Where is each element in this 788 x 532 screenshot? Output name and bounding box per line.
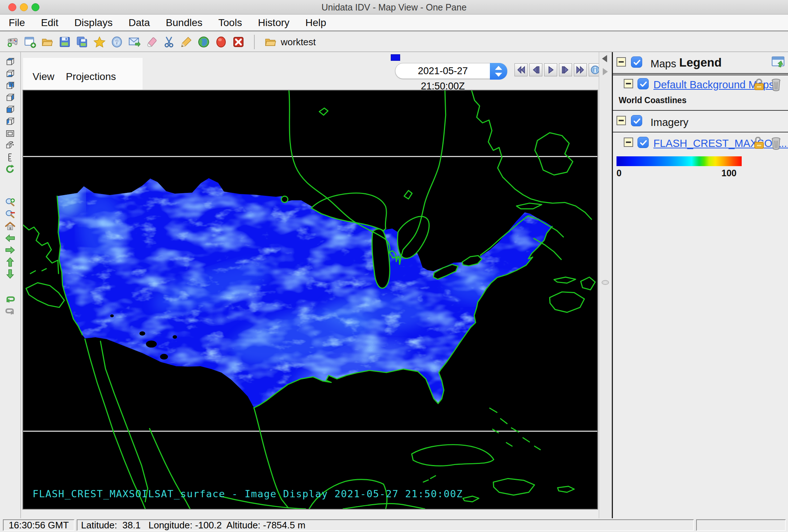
pan-up-icon[interactable]	[4, 257, 16, 267]
collapse-background-maps-icon[interactable]	[624, 79, 633, 88]
collapse-maps-icon[interactable]	[617, 57, 626, 67]
step-forward-button[interactable]	[559, 63, 572, 76]
view-front-icon[interactable]	[4, 104, 16, 115]
zoom-out-icon[interactable]	[4, 209, 16, 220]
rotate-view-icon[interactable]	[4, 140, 16, 151]
view-right-icon[interactable]	[4, 92, 16, 103]
view-menu-strip: View Projections 2021-05-27 21:50:00Z	[22, 52, 599, 90]
collapse-left-icon[interactable]	[602, 55, 607, 62]
lock-closed-icon[interactable]	[753, 78, 765, 91]
background-maps-row: Default Background Maps	[613, 74, 788, 95]
trash-icon[interactable]	[771, 78, 781, 91]
workspace-label: worktest	[281, 37, 316, 48]
main-toolbar: ? worktest	[0, 33, 788, 52]
maps-checkbox[interactable]	[631, 56, 642, 68]
redo-icon[interactable]	[4, 307, 16, 318]
legend-splitter[interactable]	[599, 52, 612, 518]
view-back-icon[interactable]	[4, 80, 16, 91]
parallel-view-icon[interactable]	[4, 128, 16, 139]
trash-icon[interactable]	[771, 137, 781, 150]
new-window-icon[interactable]	[23, 35, 37, 49]
map-view-svg[interactable]	[23, 90, 597, 509]
collapse-imagery-icon[interactable]	[617, 116, 626, 125]
scissors-icon[interactable]	[162, 35, 176, 49]
menu-data[interactable]: Data	[128, 17, 150, 29]
map-canvas[interactable]: FLASH_CREST_MAXSOILSAT_surface - Image D…	[22, 90, 598, 510]
colorbar-row: 0 100	[613, 153, 788, 182]
animation-controls	[514, 63, 602, 76]
help-icon[interactable]: ?	[110, 35, 124, 49]
flash-crest-row: FLASH_CREST_MAXSOIL...	[613, 132, 788, 153]
world-coastlines-label[interactable]: World Coastlines	[619, 96, 686, 105]
pan-left-icon[interactable]	[4, 233, 16, 244]
display-caption: FLASH_CREST_MAXSOILSAT_surface - Image D…	[33, 488, 463, 499]
view-left-icon[interactable]	[4, 116, 16, 127]
menu-tools[interactable]: Tools	[219, 17, 242, 29]
view-top-icon[interactable]	[4, 56, 16, 67]
menu-help[interactable]: Help	[305, 17, 326, 29]
globe-icon[interactable]	[197, 35, 211, 49]
imagery-group-row: Imagery	[613, 111, 788, 132]
cursor-position-readout: Latitude: 38.1 Longitude: -100.2 Altitud…	[77, 519, 694, 531]
vertical-scale-icon[interactable]	[4, 152, 16, 163]
menu-history[interactable]: History	[258, 17, 289, 29]
map-panel: View Projections 2021-05-27 21:50:00Z	[22, 52, 599, 518]
menu-bar: File Edit Displays Data Bundles Tools Hi…	[0, 15, 788, 31]
stop-icon[interactable]	[214, 35, 228, 49]
workspace-button[interactable]: worktest	[263, 35, 316, 49]
favorites-star-icon[interactable]	[93, 35, 106, 49]
colorbar-max-label: 100	[721, 168, 737, 178]
pan-right-icon[interactable]	[4, 245, 16, 256]
open-folder-icon[interactable]	[41, 35, 54, 49]
save-as-icon[interactable]	[75, 35, 89, 49]
clock-readout: 16:30:56 GMT	[3, 519, 75, 531]
menu-displays[interactable]: Displays	[74, 17, 113, 29]
colorbar[interactable]	[617, 156, 742, 166]
play-button[interactable]	[544, 63, 557, 76]
legend-panel: Legend Maps Default Background Maps Worl…	[612, 52, 788, 518]
background-maps-checkbox[interactable]	[637, 78, 649, 89]
eraser-icon[interactable]	[145, 35, 158, 49]
view-menu[interactable]: View	[33, 71, 54, 83]
status-bar: 16:30:56 GMT Latitude: 38.1 Longitude: -…	[0, 518, 788, 532]
pan-down-icon[interactable]	[4, 269, 16, 279]
undo-icon[interactable]	[4, 295, 16, 306]
dashboard-icon[interactable]	[6, 35, 20, 49]
remove-all-icon[interactable]	[232, 35, 245, 49]
flash-crest-link[interactable]: FLASH_CREST_MAXSOIL...	[653, 138, 788, 149]
svg-text:?: ?	[115, 39, 119, 46]
step-back-button[interactable]	[529, 63, 542, 76]
menu-edit[interactable]: Edit	[41, 17, 58, 29]
projections-menu[interactable]: Projections	[66, 71, 116, 83]
imagery-checkbox[interactable]	[631, 115, 642, 126]
message-area	[696, 519, 786, 531]
fast-forward-button[interactable]	[574, 63, 587, 76]
menu-file[interactable]: File	[9, 17, 25, 29]
flash-crest-checkbox[interactable]	[637, 137, 649, 148]
window-title: Unidata IDV - Map View - One Pane	[0, 0, 788, 14]
collapse-right-icon[interactable]	[603, 68, 608, 75]
folder-icon	[263, 35, 277, 49]
main-area: View Projections 2021-05-27 21:50:00Z	[0, 52, 788, 518]
world-coastlines-row: World Coastlines	[613, 95, 788, 111]
time-value: 2021-05-27 21:50:00Z	[395, 63, 490, 79]
idv-window: Unidata IDV - Map View - One Pane File E…	[0, 0, 788, 532]
time-select[interactable]: 2021-05-27 21:50:00Z	[395, 63, 507, 79]
animation-indicator	[391, 54, 400, 61]
save-icon[interactable]	[58, 35, 72, 49]
splitter-handle-icon[interactable]	[602, 280, 609, 285]
collapse-flash-crest-icon[interactable]	[624, 138, 633, 147]
zoom-in-icon[interactable]	[4, 197, 16, 208]
lock-open-icon[interactable]	[753, 137, 765, 150]
maps-group-row: Maps	[613, 52, 788, 74]
view-bottom-icon[interactable]	[4, 68, 16, 79]
support-message-icon[interactable]	[127, 35, 141, 49]
view-toolbar	[0, 52, 21, 518]
title-bar[interactable]: Unidata IDV - Map View - One Pane	[0, 0, 788, 14]
time-select-spinner[interactable]	[490, 63, 507, 80]
pencil-icon[interactable]	[179, 35, 193, 49]
rewind-button[interactable]	[514, 63, 528, 76]
home-view-icon[interactable]	[4, 221, 16, 232]
menu-bundles[interactable]: Bundles	[166, 17, 202, 29]
auto-rotate-icon[interactable]	[4, 164, 16, 175]
